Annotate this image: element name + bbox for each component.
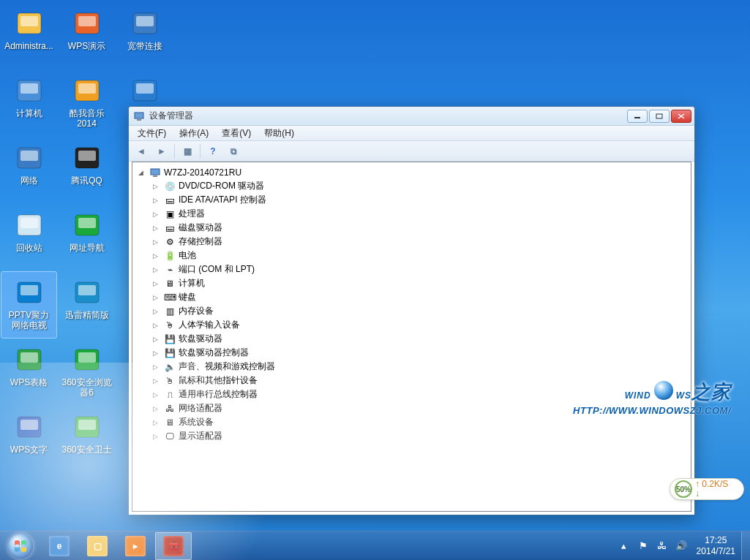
svg-rect-27	[78, 352, 96, 363]
node-keyboard[interactable]: ▷ ⌨ 键盘	[147, 290, 691, 304]
menu-help[interactable]: 帮助(H)	[258, 126, 300, 141]
node-storage[interactable]: ▷ ⚙ 存储控制器	[147, 235, 691, 249]
devmgr-icon	[133, 110, 145, 122]
svg-rect-7	[20, 83, 38, 94]
expand-icon[interactable]: ▷	[151, 363, 160, 371]
windows-orb-icon	[8, 534, 33, 559]
node-label: 通用串行总线控制器	[179, 388, 258, 401]
desktop-icon-network[interactable]: 网络	[1, 137, 56, 203]
expand-icon[interactable]: ▷	[151, 321, 160, 329]
app-wps-writer-icon	[13, 411, 45, 443]
expand-icon[interactable]: ▷	[151, 293, 160, 301]
tray-volume[interactable]: 🔊	[674, 539, 689, 553]
desktop-icon-app-wps-writer[interactable]: WPS文字	[1, 406, 56, 472]
back-button[interactable]: ◄	[133, 143, 149, 159]
computer-icon	[149, 167, 161, 178]
desktop-icon-app-360-browser[interactable]: 360安全浏览器6	[59, 339, 114, 405]
desktop-icon-folder-administrator[interactable]: Administra...	[1, 3, 56, 69]
expand-icon[interactable]: ▷	[151, 377, 160, 385]
maximize-button[interactable]	[649, 110, 670, 123]
node-battery[interactable]: ▷ 🔋 电池	[147, 249, 691, 262]
node-floppy[interactable]: ▷ 💾 软盘驱动器	[147, 332, 691, 346]
help-button[interactable]: ?	[205, 143, 221, 159]
node-floppy-ctrl-icon: 💾	[164, 347, 176, 359]
upload-value: 0.2K/S	[702, 479, 728, 489]
taskbar-devmgr-icon: 🧰	[163, 536, 184, 556]
desktop-icon-recycle-bin[interactable]: 回收站	[1, 205, 56, 270]
menu-action[interactable]: 操作(A)	[173, 126, 214, 141]
desktop-icon-app-thunder-lite[interactable]: 迅雷精简版	[59, 272, 114, 338]
tree-root[interactable]: ◢ W7ZJ-20140721RU	[132, 165, 691, 179]
close-button[interactable]	[671, 110, 691, 123]
tray-expand[interactable]: ▴	[617, 539, 631, 553]
show-hidden-button[interactable]: ▦	[179, 143, 195, 159]
expand-icon[interactable]: ▷	[151, 238, 160, 246]
taskbar-mediaplayer-icon: ▸	[125, 536, 146, 556]
tray-flag[interactable]: ⚑	[636, 539, 650, 553]
taskbar-mediaplayer[interactable]: ▸	[117, 532, 154, 560]
node-label: 磁盘驱动器	[179, 222, 222, 234]
expand-icon[interactable]: ▷	[151, 418, 160, 426]
expand-icon[interactable]: ▷	[151, 432, 160, 440]
expand-icon[interactable]: ▷	[151, 196, 160, 204]
expand-icon[interactable]: ▷	[151, 335, 160, 343]
expand-icon[interactable]: ▷	[151, 404, 160, 412]
app-360-safe-icon	[71, 411, 103, 443]
collapse-icon[interactable]: ◢	[137, 168, 145, 176]
node-computer[interactable]: ▷ 🖥 计算机	[147, 276, 691, 290]
taskbar-explorer[interactable]: ▢	[79, 532, 116, 560]
node-display[interactable]: ▷ 🖵 显示适配器	[147, 429, 691, 443]
icon-label: 宽带连接	[127, 41, 162, 51]
node-ide[interactable]: ▷ 🖴 IDE ATA/ATAPI 控制器	[147, 193, 691, 207]
show-desktop-button[interactable]	[741, 531, 750, 561]
root-label: W7ZJ-20140721RU	[164, 167, 241, 178]
expand-icon[interactable]: ▷	[151, 251, 160, 260]
desktop[interactable]: Administra... WPS演示 宽带连接 计算机 酷我音乐2014 网络…	[0, 0, 750, 560]
desktop-icon-app-360-safe[interactable]: 360安全卫士	[59, 406, 114, 472]
menu-view[interactable]: 查看(V)	[216, 126, 257, 141]
taskbar-devmgr[interactable]: 🧰	[155, 532, 192, 560]
desktop-icon-computer[interactable]: 计算机	[1, 70, 56, 136]
node-mouse-icon: 🖱	[164, 375, 176, 387]
minimize-button[interactable]	[627, 110, 648, 123]
node-network-icon: 🖧	[164, 403, 176, 415]
node-floppy-ctrl[interactable]: ▷ 💾 软盘驱动器控制器	[147, 346, 691, 360]
node-disk[interactable]: ▷ 🖴 磁盘驱动器	[147, 221, 691, 235]
expand-icon[interactable]: ▷	[151, 265, 160, 273]
icon-label: 网址导航	[70, 243, 105, 253]
expand-icon[interactable]: ▷	[151, 349, 160, 357]
node-hid-icon: 🖰	[164, 319, 176, 331]
brand-url: HTTP://WWW.WINDOWSZJ.COM/	[573, 405, 731, 416]
expand-icon[interactable]: ▷	[151, 279, 160, 287]
tray-network[interactable]: 🖧	[655, 539, 670, 553]
node-memory[interactable]: ▷ ▥ 内存设备	[147, 304, 691, 318]
expand-icon[interactable]: ▷	[151, 307, 160, 315]
desktop-icon-app-kuwo-music[interactable]: 酷我音乐2014	[59, 70, 114, 136]
clock[interactable]: 17:25 2014/7/21	[691, 535, 741, 556]
tree-pane[interactable]: ◢ W7ZJ-20140721RU▷ 💿 DVD/CD-ROM 驱动器▷ 🖴 I…	[132, 162, 691, 512]
expand-icon[interactable]: ▷	[151, 390, 160, 398]
netspeed-widget[interactable]: 50% ↑ 0.2K/S ↓	[670, 478, 744, 500]
node-cpu[interactable]: ▷ ▣ 处理器	[147, 207, 691, 221]
expand-icon[interactable]: ▷	[151, 224, 160, 232]
desktop-icon-app-wps-spreadsheet[interactable]: WPS表格	[1, 339, 56, 405]
node-system[interactable]: ▷ 🖥 系统设备	[147, 415, 691, 429]
menu-file[interactable]: 文件(F)	[132, 126, 172, 141]
desktop-icon-app-qq[interactable]: 腾讯QQ	[59, 137, 114, 203]
node-sound[interactable]: ▷ 🔈 声音、视频和游戏控制器	[147, 360, 691, 374]
desktop-icon-broadband-connection[interactable]: 宽带连接	[117, 3, 172, 69]
expand-icon[interactable]: ▷	[151, 210, 160, 218]
titlebar[interactable]: 设备管理器	[129, 107, 694, 126]
node-hid[interactable]: ▷ 🖰 人体学输入设备	[147, 318, 691, 332]
desktop-icon-app-nav[interactable]: 网址导航	[59, 205, 114, 270]
properties-button[interactable]: ⧉	[225, 143, 241, 159]
desktop-icon-app-wps-presentation[interactable]: WPS演示	[59, 3, 114, 69]
node-label: 计算机	[179, 277, 205, 290]
taskbar-ie[interactable]: e	[41, 532, 78, 560]
node-ports[interactable]: ▷ ⌁ 端口 (COM 和 LPT)	[147, 262, 691, 276]
node-dvd[interactable]: ▷ 💿 DVD/CD-ROM 驱动器	[147, 179, 691, 193]
start-button[interactable]	[0, 531, 40, 561]
forward-button[interactable]: ►	[154, 143, 170, 159]
desktop-icon-app-pptv[interactable]: PPTV聚力 网络电视	[1, 272, 56, 338]
expand-icon[interactable]: ▷	[151, 182, 160, 190]
